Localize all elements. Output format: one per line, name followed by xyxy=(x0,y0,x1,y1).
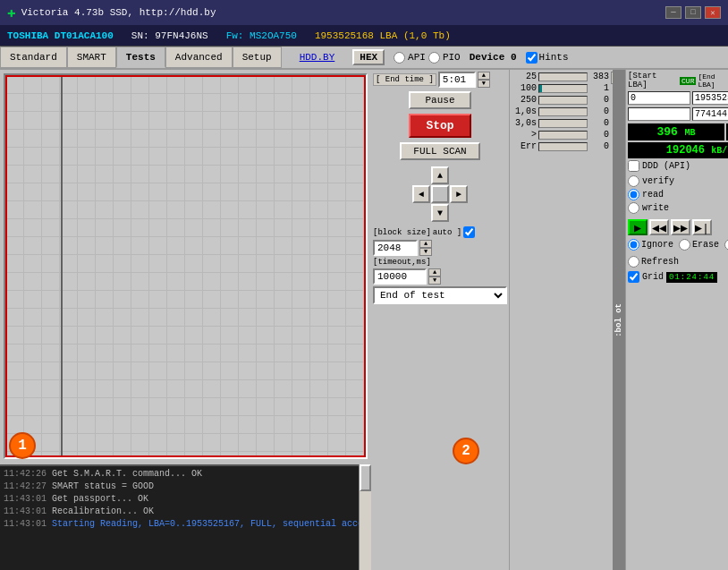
timing-row: 1,0s0 xyxy=(512,106,609,116)
ddd-api-label: DDD (API) xyxy=(642,161,690,171)
close-button[interactable]: ✕ xyxy=(705,6,721,19)
remap-radio[interactable] xyxy=(724,239,728,251)
scan-grid xyxy=(4,73,368,459)
hints-checkbox[interactable] xyxy=(526,52,538,64)
vertical-label: :bol ot xyxy=(613,70,625,570)
nav-left[interactable]: ◄ xyxy=(412,185,430,203)
tab-bar: Standard SMART Tests Advanced Setup HDD.… xyxy=(0,47,728,70)
device-sn: SN: 97FN4J6NS xyxy=(131,30,208,41)
erase-label: Erase xyxy=(692,240,719,250)
end-of-test-select[interactable]: End of test xyxy=(373,286,507,304)
log-scrollbar[interactable] xyxy=(359,464,371,570)
timeout-input[interactable] xyxy=(373,268,427,285)
log-entry: 11:42:27 SMART status = GOOD xyxy=(4,481,368,493)
pio-radio[interactable] xyxy=(428,52,440,64)
refresh-label: Refresh xyxy=(641,257,679,267)
timing-row: Err0 xyxy=(512,141,609,151)
device-bar: TOSHIBA DT01ACA100 SN: 97FN4J6NS Fw: MS2… xyxy=(0,25,728,47)
stats-panel: [Start LBA] CUR [End LBA] CUR MAX 396 MB xyxy=(626,70,728,570)
end-time-label: [ End time ] xyxy=(373,73,436,86)
maximize-button[interactable]: □ xyxy=(685,6,701,19)
nav-cross: ▲ ◄ ► ▼ xyxy=(412,166,468,222)
title-bar: ✚ Victoria 4.73b SSD, http://hdd.by — □ … xyxy=(0,0,728,25)
device-fw: Fw: MS2OA750 xyxy=(226,30,297,41)
pio-label: PIO xyxy=(443,52,461,63)
controls-panel: [ End time ] ▲ ▼ Pause Stop FULL SCAN xyxy=(371,70,510,570)
end-lba-input[interactable] xyxy=(692,91,728,105)
block-size-down[interactable]: ▼ xyxy=(419,248,432,256)
timeout-down[interactable]: ▼ xyxy=(428,276,441,285)
block-size-up[interactable]: ▲ xyxy=(419,240,432,248)
timing-row: 2500 xyxy=(512,95,609,105)
device-lba: 1953525168 LBA (1,0 Tb) xyxy=(315,30,451,41)
rewind-button[interactable]: ◀◀ xyxy=(649,219,669,235)
minimize-button[interactable]: — xyxy=(665,6,681,19)
kbs-display: 192046 kB/s xyxy=(628,142,728,158)
stop-button[interactable]: Stop xyxy=(409,114,471,138)
nav-down[interactable]: ▼ xyxy=(431,204,449,222)
timing-row: 1001 xyxy=(512,83,609,93)
circle-label-2: 2 xyxy=(453,438,479,464)
log-panel[interactable]: 11:42:26 Get S.M.A.R.T. command... OK11:… xyxy=(0,464,371,570)
grid-checkbox[interactable] xyxy=(628,271,639,283)
timeout-up[interactable]: ▲ xyxy=(428,268,441,276)
app-icon: ✚ xyxy=(7,4,16,21)
end-time-down[interactable]: ▼ xyxy=(478,80,490,88)
refresh-radio[interactable] xyxy=(628,256,639,268)
timing-row: >0 xyxy=(512,130,609,140)
ddd-api-checkbox[interactable] xyxy=(628,160,639,172)
tab-standard[interactable]: Standard xyxy=(0,47,67,68)
log-entry: 11:43:01 Recalibration... OK xyxy=(4,506,368,518)
read-radio[interactable] xyxy=(628,189,639,200)
start-lba-input[interactable] xyxy=(628,91,690,105)
auto-label: auto ] xyxy=(433,228,461,237)
device-badge: Device 0 xyxy=(470,52,517,63)
end-button[interactable]: ▶| xyxy=(692,219,712,235)
scan-area: 1 11:42:26 Get S.M.A.R.T. command... OK1… xyxy=(0,70,371,570)
timing-row: 3,0s0 xyxy=(512,118,609,128)
auto-checkbox[interactable] xyxy=(463,226,475,238)
hdd-link[interactable]: HDD.BY xyxy=(291,52,344,63)
log-entry: 11:43:01 Starting Reading, LBA=0..195352… xyxy=(4,518,368,531)
transport-controls: ▶ ◀◀ ▶▶ ▶| xyxy=(628,219,728,235)
full-scan-button[interactable]: FULL SCAN xyxy=(400,142,480,160)
timeout-label: [timeout,ms] xyxy=(373,258,507,267)
read-label: read xyxy=(642,190,664,200)
end-lba-label: [End LBA] xyxy=(698,72,728,89)
tab-advanced[interactable]: Advanced xyxy=(165,47,233,68)
ignore-radio[interactable] xyxy=(628,239,639,251)
nav-up[interactable]: ▲ xyxy=(431,166,449,184)
device-name: TOSHIBA DT01ACA100 xyxy=(7,30,114,41)
api-radio[interactable] xyxy=(394,52,405,64)
max-lba-input[interactable] xyxy=(692,107,728,121)
write-radio[interactable] xyxy=(628,202,639,214)
timing-rows: 25383100125001,0s03,0s0>0Err0 xyxy=(512,72,609,268)
tab-tests[interactable]: Tests xyxy=(116,47,165,68)
verify-label: verify xyxy=(642,176,674,186)
ignore-label: Ignore xyxy=(641,240,673,250)
tab-smart[interactable]: SMART xyxy=(67,47,116,68)
verify-radio[interactable] xyxy=(628,175,639,187)
erase-radio[interactable] xyxy=(679,239,690,251)
nav-center xyxy=(431,185,449,203)
pause-button[interactable]: Pause xyxy=(409,91,471,109)
nav-right[interactable]: ► xyxy=(450,185,468,203)
grid-time-display: 01:24:44 xyxy=(666,272,717,283)
scrollbar-thumb[interactable] xyxy=(360,464,371,491)
hex-button[interactable]: HEX xyxy=(352,49,385,65)
end-time-up[interactable]: ▲ xyxy=(478,72,490,80)
timing-row: 25383 xyxy=(512,72,609,81)
play-button[interactable]: ▶ xyxy=(628,219,648,235)
block-size-input[interactable] xyxy=(373,240,418,256)
log-entry: 11:42:26 Get S.M.A.R.T. command... OK xyxy=(4,468,368,481)
block-size-label: [block size] xyxy=(373,228,431,237)
start-lba-label: [Start LBA] xyxy=(628,72,678,89)
ff-button[interactable]: ▶▶ xyxy=(671,219,690,235)
mb-display: 396 MB xyxy=(628,123,724,140)
cur-badge1: CUR xyxy=(680,77,696,85)
cur-lba-input[interactable] xyxy=(628,107,690,121)
tab-setup[interactable]: Setup xyxy=(233,47,282,68)
end-time-input[interactable] xyxy=(438,72,476,88)
circle-label-1: 1 xyxy=(9,432,36,459)
timing-stats-panel: 25383100125001,0s03,0s0>0Err0 RS :bol ot xyxy=(510,70,626,570)
